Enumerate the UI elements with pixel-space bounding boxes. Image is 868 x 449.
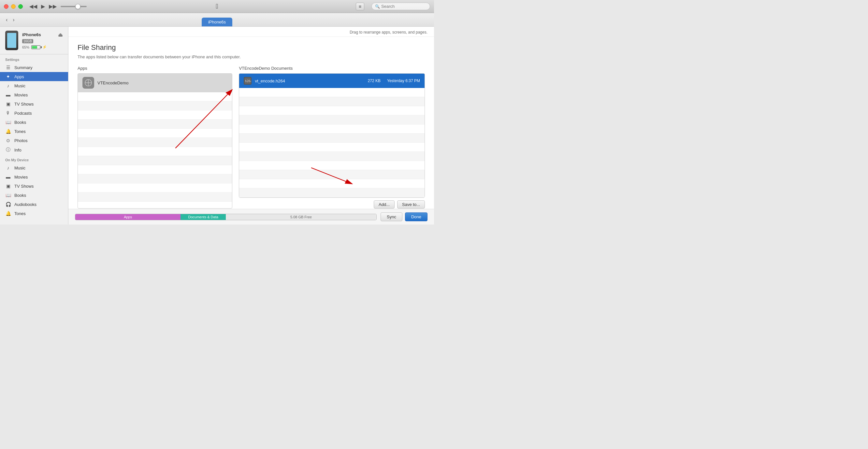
od-books-icon: 📖 xyxy=(5,192,11,198)
app-name: VTEncodeDemo xyxy=(97,81,128,85)
sidebar-item-movies[interactable]: ▬ Movies xyxy=(0,90,68,99)
doc-item-vtencode[interactable]: h264 vt_encode.h264 272 KB Yesterday 6:3… xyxy=(239,73,425,88)
sidebar-item-od-tv-shows[interactable]: ▣ TV Shows xyxy=(0,181,68,190)
volume-track xyxy=(61,6,87,7)
sidebar-item-od-tones[interactable]: 🔔 Tones xyxy=(0,209,68,218)
forward-button[interactable]: › xyxy=(11,16,16,24)
sidebar-item-od-movies[interactable]: ▬ Movies xyxy=(0,172,68,181)
doc-row xyxy=(239,161,425,170)
device-storage-info: 65% ⚡ xyxy=(22,45,63,49)
maximize-button[interactable] xyxy=(18,4,23,9)
storage-actions: Sync Done xyxy=(380,212,428,221)
content-area: Drag to rearrange apps, screens, and pag… xyxy=(68,27,434,224)
device-name: iPhone6s xyxy=(22,32,41,37)
sidebar-label-movies: Movies xyxy=(14,93,28,97)
close-button[interactable] xyxy=(4,4,8,9)
sidebar-item-apps[interactable]: ✦ Apps xyxy=(0,72,68,81)
battery-fill xyxy=(32,46,37,49)
sidebar-label-od-tones: Tones xyxy=(14,211,26,216)
music-icon: ♪ xyxy=(5,83,11,88)
app-row xyxy=(78,147,232,156)
sidebar-label-od-tv-shows: TV Shows xyxy=(14,184,34,189)
list-view-button[interactable]: ≡ xyxy=(356,3,364,10)
doc-file-icon: h264 xyxy=(244,78,251,84)
battery-percentage: 65% xyxy=(22,45,29,49)
title-bar: ◀◀ ▶ ▶▶  ≡ 🔍 xyxy=(0,0,434,13)
od-movies-icon: ▬ xyxy=(5,174,11,180)
doc-row xyxy=(239,106,425,115)
eject-button[interactable]: ⏏ xyxy=(58,32,63,38)
app-row xyxy=(78,92,232,101)
sidebar-label-od-audiobooks: Audiobooks xyxy=(14,202,36,207)
sync-button[interactable]: Sync xyxy=(380,212,402,221)
doc-icon: h264 xyxy=(244,77,251,85)
doc-row xyxy=(239,133,425,143)
add-button[interactable]: Add... xyxy=(374,200,395,209)
search-input[interactable] xyxy=(381,4,427,9)
device-tab[interactable]: iPhone6s xyxy=(202,18,232,26)
docs-empty-rows xyxy=(239,88,425,198)
sidebar-item-tv-shows[interactable]: ▣ TV Shows xyxy=(0,99,68,109)
device-icon xyxy=(5,31,18,50)
minimize-button[interactable] xyxy=(11,4,16,9)
traffic-lights xyxy=(4,4,23,9)
doc-row xyxy=(239,115,425,124)
sidebar-item-photos[interactable]: ⊙ Photos xyxy=(0,136,68,145)
storage-bar-container: Apps Documents & Data 5.08 GB Free Sync … xyxy=(68,209,434,224)
sidebar-item-od-music[interactable]: ♪ Music xyxy=(0,163,68,172)
od-audiobooks-icon: 🎧 xyxy=(5,202,11,207)
save-to-button[interactable]: Save to... xyxy=(397,200,425,209)
app-row xyxy=(78,165,232,174)
sidebar-label-od-music: Music xyxy=(14,166,25,171)
nav-buttons: ‹ › xyxy=(4,16,17,24)
app-row xyxy=(78,120,232,129)
sidebar-label-music: Music xyxy=(14,83,25,88)
sidebar-label-apps: Apps xyxy=(14,74,24,79)
play-button[interactable]: ▶ xyxy=(41,3,45,9)
app-row xyxy=(78,174,232,183)
info-icon: ⓘ xyxy=(5,147,11,153)
done-button[interactable]: Done xyxy=(405,212,428,221)
app-row xyxy=(78,138,232,147)
fastforward-button[interactable]: ▶▶ xyxy=(49,3,57,9)
rewind-button[interactable]: ◀◀ xyxy=(29,3,37,9)
doc-row xyxy=(239,152,425,161)
device-storage-badge: 16GB xyxy=(22,39,33,43)
movies-icon: ▬ xyxy=(5,92,11,97)
app-row xyxy=(78,183,232,192)
sidebar-item-od-books[interactable]: 📖 Books xyxy=(0,190,68,200)
settings-section-label: Settings xyxy=(0,54,68,63)
doc-row xyxy=(239,124,425,133)
sidebar-label-tones: Tones xyxy=(14,129,26,134)
device-screen xyxy=(7,33,16,48)
app-row xyxy=(78,101,232,111)
documents-panel-title: VTEncodeDemo Documents xyxy=(239,66,425,71)
content-body: File Sharing The apps listed below can t… xyxy=(68,37,434,209)
apps-list: VTEncodeDemo xyxy=(78,73,232,209)
app-row xyxy=(78,192,232,202)
doc-row xyxy=(239,170,425,179)
storage-bar: Apps Documents & Data 5.08 GB Free xyxy=(75,214,377,220)
sidebar-item-summary[interactable]: ☰ Summary xyxy=(0,63,68,72)
doc-row xyxy=(239,88,425,97)
volume-slider[interactable] xyxy=(61,6,87,7)
app-icon-svg xyxy=(83,77,94,89)
device-tab-bar: ‹ › iPhone6s xyxy=(0,13,434,27)
sidebar-item-info[interactable]: ⓘ Info xyxy=(0,145,68,155)
sidebar-item-music[interactable]: ♪ Music xyxy=(0,81,68,90)
media-controls: ◀◀ ▶ ▶▶ xyxy=(29,3,87,9)
back-button[interactable]: ‹ xyxy=(4,16,9,24)
device-details: iPhone6s ⏏ 16GB 65% ⚡ xyxy=(22,32,63,49)
sidebar-label-od-books: Books xyxy=(14,193,26,198)
tones-icon: 🔔 xyxy=(5,129,11,134)
app-item-vtencodeDemo[interactable]: VTEncodeDemo xyxy=(78,73,232,92)
sidebar-item-od-audiobooks[interactable]: 🎧 Audiobooks xyxy=(0,200,68,209)
sidebar-item-tones[interactable]: 🔔 Tones xyxy=(0,127,68,136)
sidebar-item-podcasts[interactable]: 🎙 Podcasts xyxy=(0,109,68,118)
doc-row xyxy=(239,179,425,188)
file-sharing-subtitle: The apps listed below can transfer docum… xyxy=(78,54,425,59)
svg-text:h264: h264 xyxy=(245,80,251,83)
on-my-device-section-label: On My Device xyxy=(0,155,68,163)
sidebar-item-books[interactable]: 📖 Books xyxy=(0,118,68,127)
apps-panel-title: Apps xyxy=(78,66,232,71)
